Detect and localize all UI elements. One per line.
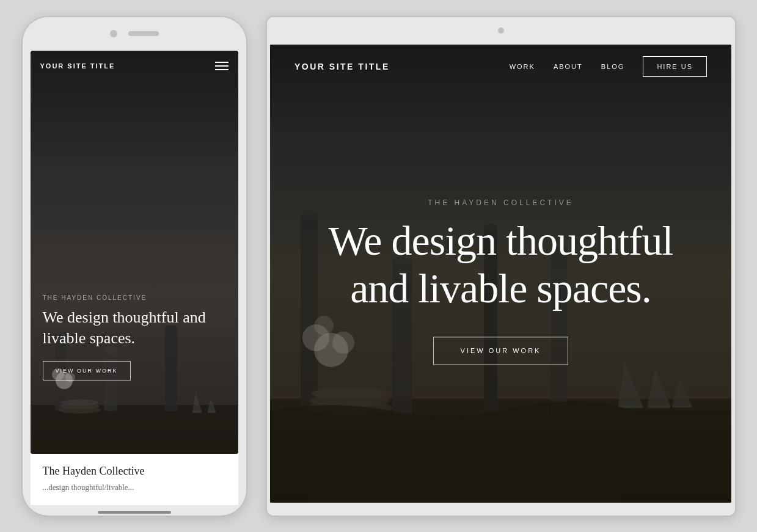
svg-rect-7 bbox=[208, 411, 216, 413]
desktop-device: YOUR SITE TITLE WORK ABOUT BLOG HIRE US … bbox=[266, 16, 736, 517]
mobile-speaker bbox=[128, 31, 159, 36]
nav-link-work[interactable]: WORK bbox=[510, 63, 535, 70]
desktop-headline-line2: and livable spaces. bbox=[350, 265, 651, 312]
mobile-card-title: The Hayden Collective bbox=[43, 465, 226, 478]
nav-link-blog[interactable]: BLOG bbox=[601, 63, 625, 70]
mobile-screen: YOUR SITE TITLE THE HAYDEN COLLECTIVE We… bbox=[31, 51, 238, 454]
mobile-hero-subtitle: THE HAYDEN COLLECTIVE bbox=[43, 294, 226, 301]
desktop-screen: YOUR SITE TITLE WORK ABOUT BLOG HIRE US … bbox=[270, 45, 731, 503]
hire-us-button[interactable]: HIRE US bbox=[643, 56, 707, 77]
svg-rect-23 bbox=[648, 405, 670, 408]
mobile-card-text: ...design thoughtful/livable... bbox=[43, 481, 226, 494]
svg-point-27 bbox=[312, 387, 387, 399]
mobile-hero-content: THE HAYDEN COLLECTIVE We design thoughtf… bbox=[43, 294, 226, 381]
desktop-nav-links: WORK ABOUT BLOG HIRE US bbox=[510, 56, 707, 77]
desktop-nav: YOUR SITE TITLE WORK ABOUT BLOG HIRE US bbox=[270, 45, 731, 89]
desktop-top-bar bbox=[267, 17, 735, 45]
desktop-hero-headline: We design thoughtful and livable spaces. bbox=[293, 217, 709, 312]
mobile-device: YOUR SITE TITLE THE HAYDEN COLLECTIVE We… bbox=[21, 16, 247, 517]
mobile-home-indicator bbox=[98, 511, 171, 514]
mobile-bottom-card: The Hayden Collective ...design thoughtf… bbox=[31, 453, 238, 506]
desktop-camera bbox=[498, 27, 504, 34]
desktop-hero-subtitle: THE HAYDEN COLLECTIVE bbox=[293, 199, 709, 207]
mobile-cta-button[interactable]: VIEW OUR WORK bbox=[43, 361, 131, 381]
desktop-site-title: YOUR SITE TITLE bbox=[294, 62, 390, 71]
desktop-hero-content: THE HAYDEN COLLECTIVE We design thoughtf… bbox=[293, 199, 709, 365]
svg-rect-6 bbox=[192, 411, 202, 413]
mobile-nav: YOUR SITE TITLE bbox=[31, 51, 238, 81]
desktop-cta-button[interactable]: VIEW OUR WORK bbox=[433, 337, 569, 365]
mobile-top-bar bbox=[23, 17, 246, 51]
svg-rect-24 bbox=[672, 405, 692, 407]
mobile-hero-headline: We design thoughtful and livable spaces. bbox=[43, 307, 226, 349]
hamburger-line-1 bbox=[215, 62, 229, 63]
mobile-camera bbox=[110, 30, 117, 37]
nav-link-about[interactable]: ABOUT bbox=[554, 63, 583, 70]
svg-rect-0 bbox=[31, 405, 238, 454]
mobile-site-title: YOUR SITE TITLE bbox=[40, 62, 115, 70]
hamburger-line-3 bbox=[215, 69, 229, 70]
hamburger-menu-icon[interactable] bbox=[215, 62, 229, 70]
desktop-headline-line1: We design thoughtful bbox=[329, 217, 673, 264]
svg-point-10 bbox=[60, 399, 98, 406]
hamburger-line-2 bbox=[215, 65, 229, 67]
